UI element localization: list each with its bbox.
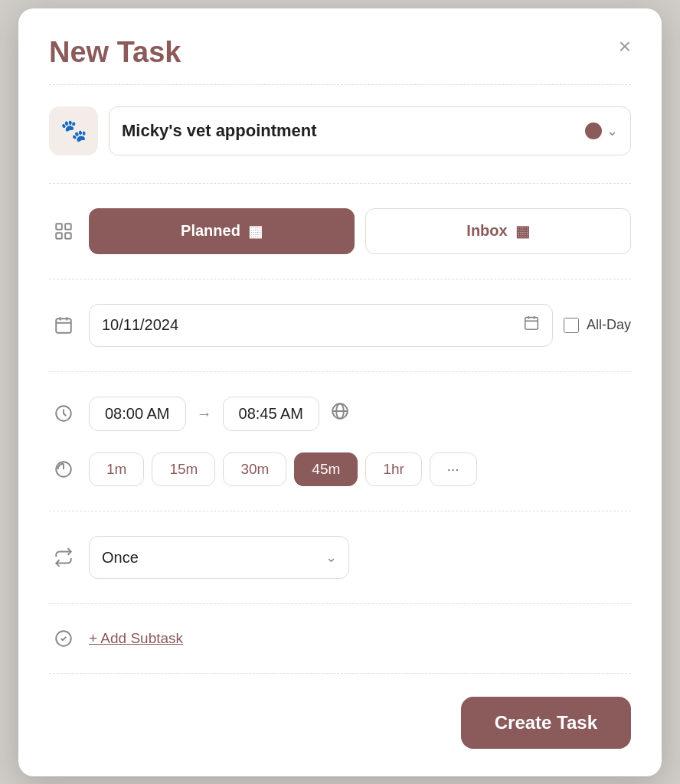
planned-icon: ▦ <box>248 222 263 240</box>
svg-rect-0 <box>56 224 62 230</box>
divider-3 <box>49 371 631 372</box>
divider-4 <box>49 511 631 511</box>
add-subtask-button[interactable]: + Add Subtask <box>89 630 183 647</box>
divider-2 <box>49 279 631 279</box>
header-divider <box>49 84 631 85</box>
color-chevron-icon[interactable]: ⌄ <box>606 122 618 139</box>
title-bold: New <box>49 36 117 68</box>
svg-rect-8 <box>525 318 538 330</box>
date-input[interactable] <box>102 316 523 334</box>
calendar-picker-icon[interactable] <box>523 315 540 335</box>
time-row: 08:00 AM → 08:45 AM <box>49 386 631 442</box>
duration-btn-group: 1m 15m 30m 45m 1hr ··· <box>89 452 631 486</box>
subtask-icon <box>49 629 78 648</box>
dur-1hr[interactable]: 1hr <box>365 452 421 486</box>
svg-rect-3 <box>65 233 71 239</box>
svg-rect-2 <box>56 233 62 239</box>
planned-label: Planned <box>181 222 240 240</box>
title-accent: Task <box>117 36 181 68</box>
modal-title: New Task <box>49 36 181 69</box>
list-icon <box>49 221 78 241</box>
svg-rect-1 <box>65 224 71 230</box>
arrow-icon: → <box>197 405 212 423</box>
divider-5 <box>49 603 631 604</box>
date-input-wrapper <box>89 304 553 347</box>
date-row: All-Day <box>49 293 631 358</box>
list-section: Planned ▦ Inbox ▦ <box>49 198 631 265</box>
clock-icon <box>49 403 78 423</box>
list-btn-group: Planned ▦ Inbox ▦ <box>89 208 631 254</box>
planned-button[interactable]: Planned ▦ <box>89 208 355 254</box>
allday-checkbox[interactable] <box>564 318 579 333</box>
color-dot <box>585 122 602 139</box>
end-time[interactable]: 08:45 AM <box>223 397 320 431</box>
inbox-button[interactable]: Inbox ▦ <box>365 208 631 254</box>
inbox-label: Inbox <box>466 222 507 240</box>
task-name-input[interactable] <box>122 121 585 141</box>
dur-30m[interactable]: 30m <box>223 452 286 486</box>
dur-45m[interactable]: 45m <box>294 452 358 486</box>
allday-label: All-Day <box>587 317 631 333</box>
calendar-icon <box>49 315 78 335</box>
svg-rect-4 <box>56 318 71 332</box>
subtask-row: + Add Subtask <box>49 618 631 659</box>
duration-icon <box>49 459 78 479</box>
paw-icon: 🐾 <box>49 106 98 155</box>
modal-footer: Create Task <box>49 689 631 749</box>
dur-more[interactable]: ··· <box>430 452 477 486</box>
start-time[interactable]: 08:00 AM <box>89 397 186 431</box>
divider-1 <box>49 183 631 184</box>
globe-icon[interactable] <box>330 401 350 426</box>
task-name-wrapper: ⌄ <box>109 106 631 155</box>
new-task-modal: New Task × 🐾 ⌄ Planned ▦ <box>18 8 662 776</box>
dur-15m[interactable]: 15m <box>152 452 215 486</box>
create-task-button[interactable]: Create Task <box>461 697 631 749</box>
repeat-select[interactable]: Once Daily Weekly Monthly Yearly <box>89 536 349 579</box>
modal-header: New Task × <box>49 36 631 69</box>
divider-6 <box>49 673 631 674</box>
close-button[interactable]: × <box>619 36 631 57</box>
allday-wrapper: All-Day <box>564 317 631 333</box>
task-name-row: 🐾 ⌄ <box>49 99 631 169</box>
duration-row: 1m 15m 30m 45m 1hr ··· <box>49 442 631 497</box>
inbox-icon: ▦ <box>515 222 530 240</box>
repeat-select-container: Once Daily Weekly Monthly Yearly ⌄ <box>89 536 349 579</box>
dur-1m[interactable]: 1m <box>89 452 144 486</box>
repeat-row: Once Daily Weekly Monthly Yearly ⌄ <box>49 525 631 590</box>
repeat-icon <box>49 547 78 567</box>
